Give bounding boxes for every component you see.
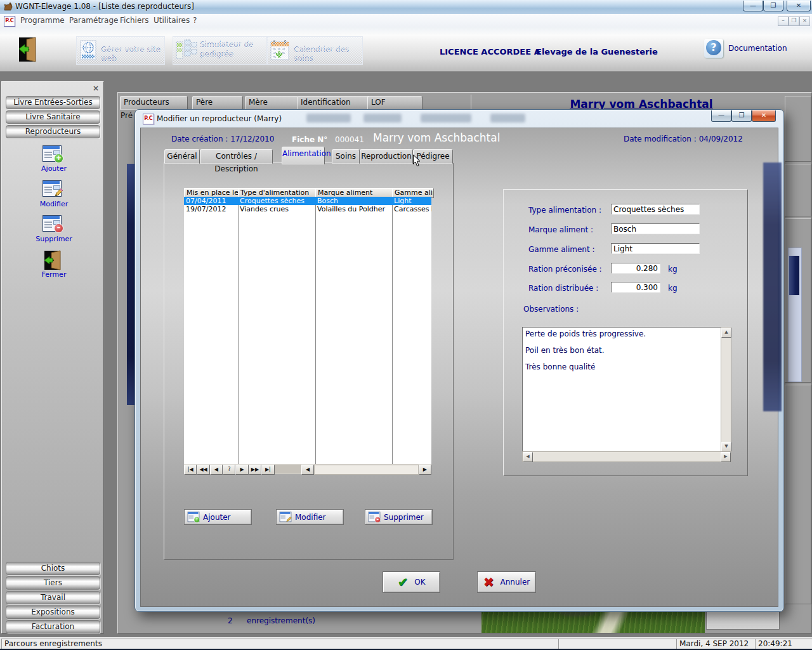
side-box-2 — [785, 164, 811, 216]
sidebar-reproducteurs[interactable]: Reproducteurs — [6, 125, 100, 138]
nav-prev-button[interactable]: ◀ — [210, 465, 223, 475]
close-button[interactable]: ✕ — [787, 1, 811, 11]
menu-bar: P.C Programme Paramétrage Fichiers Utili… — [0, 14, 812, 28]
sidebar-close-door-label[interactable]: Fermer — [25, 270, 82, 279]
sidebar-add-icon[interactable]: + — [43, 145, 63, 162]
mdi-restore-button[interactable]: ❐ — [789, 17, 799, 26]
type-label: Type alimentation : — [528, 206, 601, 215]
brand-label: Marque aliment : — [528, 225, 593, 234]
menu-programme[interactable]: Programme — [18, 16, 67, 25]
grid-add-label: Ajouter — [203, 513, 231, 522]
nav-fastfwd-button[interactable]: ▶▶ — [249, 465, 261, 475]
nav-last-button[interactable]: ▶| — [261, 465, 274, 475]
nav-first-button[interactable]: |◀ — [184, 465, 197, 475]
sidebar-delete-icon[interactable]: – — [43, 215, 63, 232]
sidebar-edit-label[interactable]: Modifier — [25, 200, 82, 208]
sidebar-chiots[interactable]: Chiots — [6, 562, 100, 575]
ration-dist-input[interactable] — [611, 282, 660, 293]
nav-search-button[interactable]: ? — [223, 465, 235, 475]
calendar-icon — [270, 40, 289, 60]
tab-soins[interactable]: Soins — [332, 149, 360, 164]
scrollbar-track[interactable] — [314, 465, 418, 475]
observations-label: Observations : — [523, 305, 579, 314]
status-time: 20:49:21 — [755, 639, 812, 649]
mini-scrollbar[interactable] — [788, 248, 802, 382]
observations-textarea[interactable]: Perte de poids très progressive. Poil en… — [522, 327, 726, 455]
exit-button[interactable] — [18, 36, 38, 63]
grid-edit-button[interactable]: Modifier — [276, 509, 344, 525]
sidebar-travail[interactable]: Travail — [6, 591, 100, 604]
range-input[interactable] — [611, 243, 700, 254]
menu-help[interactable]: ? — [190, 16, 199, 25]
tab-reproduction[interactable]: Reproduction — [360, 149, 413, 164]
scroll-right-button[interactable]: ▶ — [419, 465, 431, 475]
check-icon: ✔ — [397, 574, 408, 590]
cell-brand: Bosch — [315, 197, 392, 205]
grid-row-selected[interactable]: 07/04/2011 Croquettes sèches Bosch Light — [184, 197, 431, 205]
dialog-title: Modifier un reproducteur (Marry) — [157, 114, 282, 123]
sidebar-delete-label[interactable]: Supprimer — [25, 235, 82, 243]
glass-reflection — [363, 114, 402, 123]
record-count: 2 — [228, 616, 233, 625]
license-value: Elevage de la Guenesterie — [536, 47, 658, 56]
sidebar-livre-entrees-sorties[interactable]: Livre Entrées-Sorties — [6, 96, 100, 109]
sidebar-close-icon[interactable]: × — [93, 84, 101, 93]
license-label: LICENCE ACCORDEE A — [440, 47, 540, 56]
documentation-button[interactable]: ? — [704, 39, 723, 58]
ration-rec-input[interactable] — [611, 263, 660, 274]
sidebar-tiers[interactable]: Tiers — [6, 576, 100, 590]
grid-edit-label: Modifier — [295, 513, 326, 522]
sidebar-add-label[interactable]: Ajouter — [25, 164, 82, 173]
cancel-button[interactable]: ✖ Annuler — [477, 571, 536, 593]
dialog-dog-name: Marry vom Aschbachtal — [373, 131, 500, 144]
sidebar-close-door-icon[interactable] — [44, 250, 63, 270]
mdi-close-button[interactable]: × — [799, 17, 810, 26]
website-button: Gérer votre site web — [76, 36, 165, 65]
nav-next-button[interactable]: ▶ — [235, 465, 248, 475]
observations-hscrollbar[interactable]: ◀▶ — [522, 451, 731, 462]
grid-delete-label: Supprimer — [384, 513, 424, 522]
mini-scrollbar-thumb[interactable] — [789, 256, 799, 295]
column-mere[interactable]: Mère — [245, 96, 298, 110]
tab-general[interactable]: Général — [164, 149, 200, 164]
sidebar-facturation[interactable]: Facturation — [6, 620, 100, 633]
scrollbar-thumb[interactable] — [275, 465, 302, 474]
type-input[interactable] — [611, 204, 700, 215]
sidebar-edit-icon[interactable] — [43, 180, 63, 197]
ration-rec-unit: kg — [668, 265, 678, 274]
dialog-close-button[interactable]: ✕ — [752, 110, 776, 122]
sidebar-expositions[interactable]: Expositions — [6, 606, 100, 619]
menu-utilitaires[interactable]: Utilitaires — [151, 16, 192, 25]
sidebar-livre-sanitaire[interactable]: Livre Sanitaire — [6, 110, 100, 124]
column-pere[interactable]: Père — [192, 96, 243, 110]
restore-button[interactable]: ❐ — [763, 1, 783, 11]
tab-alimentation[interactable]: Alimentation — [282, 147, 325, 164]
exit-door-icon — [18, 36, 38, 63]
mdi-minimize-button[interactable]: – — [778, 17, 789, 26]
grid-row[interactable]: 19/07/2012 Viandes crues Volailles du Po… — [184, 205, 431, 213]
food-grid[interactable]: Mis en place le Type d'alimentation Marq… — [184, 188, 431, 464]
minimize-button[interactable]: — — [743, 1, 763, 11]
observations-vscrollbar[interactable]: ▲▼ — [721, 327, 731, 453]
window-title: WGNT-Elevage 1.08 - [Liste des reproduct… — [15, 2, 194, 11]
documentation-label[interactable]: Documentation — [728, 44, 787, 53]
cell-range: Light — [392, 197, 432, 205]
grid-delete-button[interactable]: – Supprimer — [365, 509, 433, 525]
observation-line: Très bonne qualité — [525, 362, 723, 371]
menu-fichiers[interactable]: Fichiers — [117, 16, 151, 25]
dialog-minimize-button[interactable]: — — [711, 110, 731, 122]
edit-icon — [280, 512, 292, 522]
brand-input[interactable] — [611, 223, 700, 234]
ration-dist-label: Ration distribuée : — [528, 284, 598, 293]
menu-parametrage[interactable]: Paramétrage — [67, 16, 121, 25]
dialog-maximize-button[interactable]: ❐ — [731, 110, 752, 122]
column-lof[interactable]: LOF — [367, 96, 422, 110]
pedigree-simulator-button: Simulateur de pedigrée — [173, 36, 268, 65]
scroll-left-button[interactable]: ◀ — [301, 465, 314, 475]
column-producteurs[interactable]: Producteurs — [120, 96, 188, 110]
ok-button[interactable]: ✔ OK — [383, 571, 440, 593]
grid-add-button[interactable]: + Ajouter — [184, 509, 252, 525]
nav-fastback-button[interactable]: ◀◀ — [197, 465, 209, 475]
tab-controles[interactable]: Contrôles / Description — [200, 149, 273, 164]
column-identification[interactable]: Identification — [297, 96, 370, 110]
